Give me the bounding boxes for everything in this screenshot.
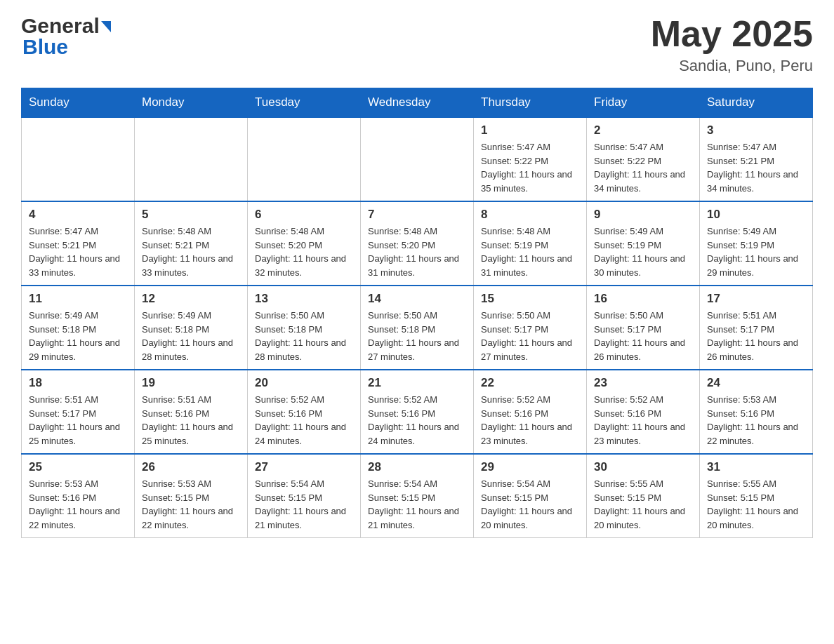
calendar-cell <box>22 117 135 201</box>
calendar-cell: 5Sunrise: 5:48 AMSunset: 5:21 PMDaylight… <box>135 201 248 286</box>
calendar-cell: 1Sunrise: 5:47 AMSunset: 5:22 PMDaylight… <box>474 117 587 201</box>
calendar-cell: 2Sunrise: 5:47 AMSunset: 5:22 PMDaylight… <box>587 117 700 201</box>
calendar-cell: 4Sunrise: 5:47 AMSunset: 5:21 PMDaylight… <box>22 201 135 286</box>
calendar-week-row: 11Sunrise: 5:49 AMSunset: 5:18 PMDayligh… <box>22 286 813 370</box>
day-number: 31 <box>707 460 805 474</box>
day-info: Sunrise: 5:51 AMSunset: 5:17 PMDaylight:… <box>29 393 127 448</box>
col-monday: Monday <box>135 88 248 118</box>
day-number: 12 <box>142 292 240 306</box>
day-info: Sunrise: 5:52 AMSunset: 5:16 PMDaylight:… <box>368 393 466 448</box>
day-number: 21 <box>368 376 466 390</box>
day-info: Sunrise: 5:47 AMSunset: 5:22 PMDaylight:… <box>481 140 579 195</box>
day-info: Sunrise: 5:55 AMSunset: 5:15 PMDaylight:… <box>707 477 805 532</box>
calendar-cell: 20Sunrise: 5:52 AMSunset: 5:16 PMDayligh… <box>248 370 361 454</box>
day-number: 13 <box>255 292 353 306</box>
calendar-cell: 21Sunrise: 5:52 AMSunset: 5:16 PMDayligh… <box>361 370 474 454</box>
calendar-cell: 18Sunrise: 5:51 AMSunset: 5:17 PMDayligh… <box>22 370 135 454</box>
calendar-cell: 29Sunrise: 5:54 AMSunset: 5:15 PMDayligh… <box>474 454 587 538</box>
day-number: 28 <box>368 460 466 474</box>
page-header: General Blue May 2025 Sandia, Puno, Peru <box>21 14 813 75</box>
day-info: Sunrise: 5:50 AMSunset: 5:17 PMDaylight:… <box>481 309 579 363</box>
day-info: Sunrise: 5:52 AMSunset: 5:16 PMDaylight:… <box>594 393 692 448</box>
day-number: 14 <box>368 292 466 306</box>
calendar-cell: 16Sunrise: 5:50 AMSunset: 5:17 PMDayligh… <box>587 286 700 370</box>
day-info: Sunrise: 5:50 AMSunset: 5:18 PMDaylight:… <box>255 309 353 363</box>
calendar-cell: 28Sunrise: 5:54 AMSunset: 5:15 PMDayligh… <box>361 454 474 538</box>
day-info: Sunrise: 5:49 AMSunset: 5:18 PMDaylight:… <box>142 309 240 363</box>
day-number: 15 <box>481 292 579 306</box>
day-number: 30 <box>594 460 692 474</box>
day-info: Sunrise: 5:48 AMSunset: 5:21 PMDaylight:… <box>142 224 240 279</box>
day-info: Sunrise: 5:51 AMSunset: 5:16 PMDaylight:… <box>142 393 240 448</box>
day-number: 24 <box>707 376 805 390</box>
calendar-cell: 30Sunrise: 5:55 AMSunset: 5:15 PMDayligh… <box>587 454 700 538</box>
calendar-cell: 7Sunrise: 5:48 AMSunset: 5:20 PMDaylight… <box>361 201 474 286</box>
day-info: Sunrise: 5:54 AMSunset: 5:15 PMDaylight:… <box>255 477 353 532</box>
day-info: Sunrise: 5:48 AMSunset: 5:20 PMDaylight:… <box>255 224 353 279</box>
day-info: Sunrise: 5:53 AMSunset: 5:15 PMDaylight:… <box>142 477 240 532</box>
calendar-cell: 22Sunrise: 5:52 AMSunset: 5:16 PMDayligh… <box>474 370 587 454</box>
calendar-cell <box>135 117 248 201</box>
day-number: 23 <box>594 376 692 390</box>
page-subtitle: Sandia, Puno, Peru <box>651 57 813 75</box>
calendar-cell: 26Sunrise: 5:53 AMSunset: 5:15 PMDayligh… <box>135 454 248 538</box>
col-sunday: Sunday <box>22 88 135 118</box>
col-saturday: Saturday <box>700 88 813 118</box>
day-info: Sunrise: 5:52 AMSunset: 5:16 PMDaylight:… <box>255 393 353 448</box>
day-info: Sunrise: 5:47 AMSunset: 5:22 PMDaylight:… <box>594 140 692 195</box>
col-wednesday: Wednesday <box>361 88 474 118</box>
calendar-cell: 13Sunrise: 5:50 AMSunset: 5:18 PMDayligh… <box>248 286 361 370</box>
day-info: Sunrise: 5:48 AMSunset: 5:20 PMDaylight:… <box>368 224 466 279</box>
day-number: 16 <box>594 292 692 306</box>
day-number: 19 <box>142 376 240 390</box>
day-info: Sunrise: 5:49 AMSunset: 5:19 PMDaylight:… <box>594 224 692 279</box>
calendar-cell: 3Sunrise: 5:47 AMSunset: 5:21 PMDaylight… <box>700 117 813 201</box>
calendar-cell: 8Sunrise: 5:48 AMSunset: 5:19 PMDaylight… <box>474 201 587 286</box>
day-info: Sunrise: 5:47 AMSunset: 5:21 PMDaylight:… <box>707 140 805 195</box>
day-info: Sunrise: 5:53 AMSunset: 5:16 PMDaylight:… <box>707 393 805 448</box>
calendar-cell: 19Sunrise: 5:51 AMSunset: 5:16 PMDayligh… <box>135 370 248 454</box>
day-info: Sunrise: 5:49 AMSunset: 5:19 PMDaylight:… <box>707 224 805 279</box>
day-number: 27 <box>255 460 353 474</box>
day-number: 18 <box>29 376 127 390</box>
day-info: Sunrise: 5:48 AMSunset: 5:19 PMDaylight:… <box>481 224 579 279</box>
day-number: 22 <box>481 376 579 390</box>
day-number: 26 <box>142 460 240 474</box>
day-info: Sunrise: 5:54 AMSunset: 5:15 PMDaylight:… <box>481 477 579 532</box>
day-number: 20 <box>255 376 353 390</box>
logo-general-text: General <box>21 14 100 38</box>
calendar-cell: 23Sunrise: 5:52 AMSunset: 5:16 PMDayligh… <box>587 370 700 454</box>
logo-blue-text: Blue <box>22 35 111 59</box>
calendar-table: Sunday Monday Tuesday Wednesday Thursday… <box>21 88 813 538</box>
day-number: 11 <box>29 292 127 306</box>
day-number: 7 <box>368 208 466 222</box>
day-number: 1 <box>481 123 579 137</box>
day-info: Sunrise: 5:50 AMSunset: 5:18 PMDaylight:… <box>368 309 466 363</box>
calendar-cell: 9Sunrise: 5:49 AMSunset: 5:19 PMDaylight… <box>587 201 700 286</box>
day-number: 4 <box>29 208 127 222</box>
title-area: May 2025 Sandia, Puno, Peru <box>651 14 813 75</box>
day-info: Sunrise: 5:51 AMSunset: 5:17 PMDaylight:… <box>707 309 805 363</box>
calendar-week-row: 4Sunrise: 5:47 AMSunset: 5:21 PMDaylight… <box>22 201 813 286</box>
calendar-week-row: 18Sunrise: 5:51 AMSunset: 5:17 PMDayligh… <box>22 370 813 454</box>
day-number: 17 <box>707 292 805 306</box>
calendar-cell: 24Sunrise: 5:53 AMSunset: 5:16 PMDayligh… <box>700 370 813 454</box>
col-friday: Friday <box>587 88 700 118</box>
day-number: 8 <box>481 208 579 222</box>
day-number: 29 <box>481 460 579 474</box>
day-number: 2 <box>594 123 692 137</box>
calendar-week-row: 25Sunrise: 5:53 AMSunset: 5:16 PMDayligh… <box>22 454 813 538</box>
calendar-cell: 12Sunrise: 5:49 AMSunset: 5:18 PMDayligh… <box>135 286 248 370</box>
day-number: 10 <box>707 208 805 222</box>
page-title: May 2025 <box>651 14 813 54</box>
logo: General Blue <box>21 14 111 59</box>
calendar-week-row: 1Sunrise: 5:47 AMSunset: 5:22 PMDaylight… <box>22 117 813 201</box>
day-info: Sunrise: 5:55 AMSunset: 5:15 PMDaylight:… <box>594 477 692 532</box>
calendar-cell <box>248 117 361 201</box>
calendar-cell: 25Sunrise: 5:53 AMSunset: 5:16 PMDayligh… <box>22 454 135 538</box>
col-thursday: Thursday <box>474 88 587 118</box>
col-tuesday: Tuesday <box>248 88 361 118</box>
calendar-header-row: Sunday Monday Tuesday Wednesday Thursday… <box>22 88 813 118</box>
calendar-cell: 10Sunrise: 5:49 AMSunset: 5:19 PMDayligh… <box>700 201 813 286</box>
day-info: Sunrise: 5:52 AMSunset: 5:16 PMDaylight:… <box>481 393 579 448</box>
